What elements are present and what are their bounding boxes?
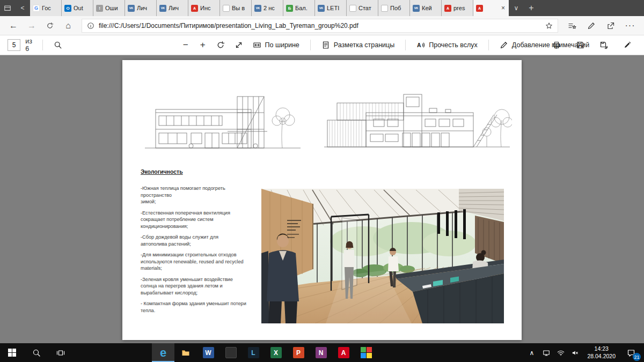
taskbar-app-lightroom[interactable]: L [242,343,265,362]
action-center-button[interactable]: 21 [620,343,642,362]
more-options-button[interactable]: ··· [620,18,640,34]
browser-tab-6[interactable]: Вы в [220,0,252,16]
taskbar-search-button[interactable] [24,343,48,362]
pdf-page: Экологичность -Южная теплица помогает по… [122,60,522,340]
volume-muted-icon [572,349,579,357]
browser-tab-5[interactable]: AИнс [188,0,220,16]
browser-tab-9[interactable]: VKLETI [315,0,347,16]
volume-button[interactable] [568,343,582,362]
tab-title: Поб [390,5,407,11]
rotate-icon [216,41,225,49]
clock-date: 28.04.2020 [587,353,616,360]
add-notes-button[interactable] [582,18,601,34]
fit-width-button[interactable]: По ширине [248,41,304,49]
save-button[interactable] [571,41,589,49]
share-button[interactable] [601,18,620,34]
page-number-input[interactable]: 5 [8,39,20,51]
start-button[interactable] [0,343,24,362]
pinned-apps: e W L X P N A [152,343,377,362]
hidden-icons-button[interactable]: ∧ [524,343,539,362]
pdf-viewport[interactable]: Экологичность -Южная теплица помогает по… [0,55,644,343]
browser-tab-7[interactable]: VK2 нс [252,0,283,16]
browser-tab-8[interactable]: ББал. [283,0,315,16]
browser-tab-1[interactable]: OOut [62,0,93,16]
close-tab-icon[interactable]: × [500,4,506,12]
task-view-button[interactable] [48,343,72,362]
save-icon [576,41,584,49]
task-view-icon [56,349,65,357]
taskbar-app-word[interactable]: W [197,343,219,362]
windows-logo-icon [8,349,16,357]
tab-title: LETI [327,5,343,11]
new-tab-button[interactable]: + [524,0,539,16]
browser-tab-4[interactable]: VKЛич [157,0,188,16]
fullscreen-button[interactable] [230,41,248,49]
browser-tab-12[interactable]: VKКей [410,0,442,16]
info-icon [87,22,94,29]
edit-button[interactable] [618,41,636,49]
wifi-icon [557,349,565,357]
zoom-out-button[interactable]: − [177,40,194,50]
taskbar-app-dark[interactable] [219,343,242,362]
browser-tab-active[interactable]: A × [473,0,509,16]
tab-title: Вы в [232,5,248,11]
green-favicon-icon: Б [286,5,293,12]
taskbar-app-onenote[interactable]: N [310,343,332,362]
scroll-tabs-left-button[interactable]: < [15,0,30,16]
page-layout-button[interactable]: Разметка страницы [317,41,399,49]
elevation-drawing-left [142,90,304,158]
tray-display-button[interactable] [539,343,553,362]
interior-render-figure [261,189,504,323]
forward-button[interactable]: → [23,18,41,34]
divider [488,40,489,50]
refresh-button[interactable] [41,18,59,34]
find-in-document-button[interactable] [49,35,67,55]
network-button[interactable] [553,343,568,362]
refresh-icon [46,22,54,29]
tab-title: Лич [137,5,153,11]
taskbar-app-powerpoint[interactable]: P [287,343,310,362]
display-icon [543,349,550,357]
address-bar-row: ← → ⌂ file:///C:/Users/1/Documents/Питир… [0,16,644,35]
word-icon: W [203,347,214,358]
clock-time: 14:23 [587,345,616,353]
annotate-pen-icon [500,41,508,49]
tab-preview-chevron-button[interactable]: ∨ [509,0,524,16]
taskbar-app-file-explorer[interactable] [174,343,197,362]
browser-tab-0[interactable]: GГос [30,0,62,16]
interior-render-image [261,189,504,323]
home-button[interactable]: ⌂ [59,18,77,34]
browser-tab-3[interactable]: VKЛич [125,0,157,16]
browser-tab-13[interactable]: Apres [442,0,473,16]
set-tabs-aside-button[interactable] [0,0,15,16]
pen-icon [587,21,596,30]
browser-tab-11[interactable]: Поб [378,0,410,16]
fit-width-label: По ширине [265,41,299,49]
eco-bullet: -Южная теплица помогает подогреть простр… [141,185,253,205]
vk-favicon-icon: VK [254,5,261,12]
favorite-star-icon[interactable] [545,22,553,29]
tabs-aside-icon [4,4,11,12]
taskbar-app-acrobat[interactable]: A [332,343,355,362]
zoom-in-button[interactable]: + [194,40,211,50]
edge-icon: e [160,347,166,359]
rotate-button[interactable] [211,41,230,49]
save-as-button[interactable] [595,41,613,49]
page-favicon-icon [381,5,388,12]
hub-button[interactable] [562,18,582,34]
taskbar-app-excel[interactable]: X [265,343,287,362]
eco-bullet: -Естественная поперечная вентиляция сокр… [141,210,253,230]
browser-tab-2[interactable]: !Оши [93,0,125,16]
address-bar[interactable]: file:///C:/Users/1/Documents/Питиримов/p… [82,19,558,33]
taskbar-app-media[interactable] [355,343,377,362]
tab-title: Стат [358,5,375,11]
taskbar-clock[interactable]: 14:23 28.04.2020 [582,345,620,360]
tab-title: 2 нс [264,5,280,11]
vk-favicon-icon: VK [159,5,166,12]
hub-icon [568,21,576,30]
back-button[interactable]: ← [4,18,23,34]
read-aloud-button[interactable]: А Прочесть вслух [412,41,482,49]
browser-tab-10[interactable]: Стат [347,0,378,16]
taskbar-app-edge[interactable]: e [152,343,174,362]
print-button[interactable] [547,41,566,49]
